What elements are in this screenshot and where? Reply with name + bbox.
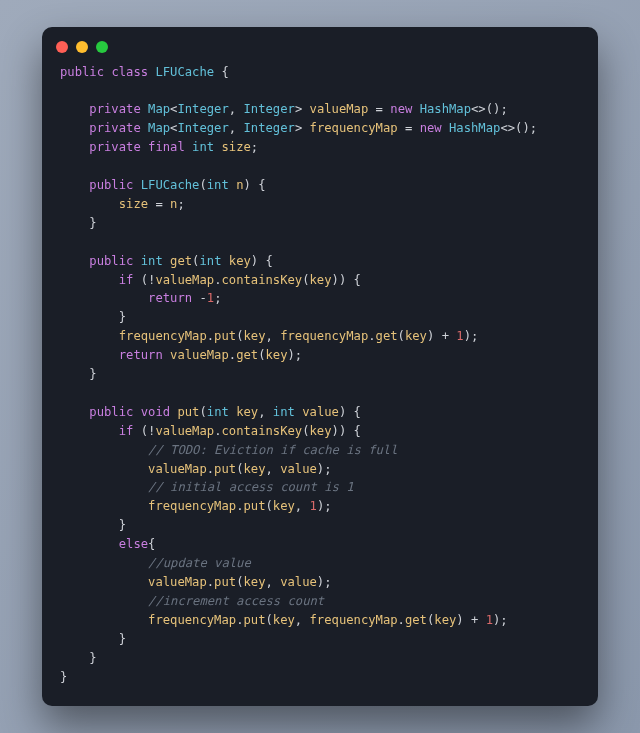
code-token-name: put — [177, 405, 199, 419]
code-token-kw: public — [60, 65, 104, 79]
code-token-name: key — [236, 405, 258, 419]
code-token-pun: . — [368, 329, 375, 343]
code-token-pun: ( — [199, 405, 206, 419]
code-token-pun: . — [207, 329, 214, 343]
code-token-type: HashMap — [449, 121, 500, 135]
code-token-kw: public — [89, 178, 133, 192]
code-token-name: key — [273, 499, 295, 513]
code-token-kw: private — [89, 102, 140, 116]
code-token-pun: , — [229, 102, 244, 116]
code-token-name: key — [243, 575, 265, 589]
code-token-name: valueMap — [310, 102, 369, 116]
code-token-kw: public — [89, 254, 133, 268]
code-token-name: put — [243, 613, 265, 627]
code-token-pun: - — [199, 291, 206, 305]
code-token-name: valueMap — [148, 575, 207, 589]
code-token-cmt: //increment access count — [148, 594, 324, 608]
code-token-kw: class — [111, 65, 148, 79]
code-token-name: valueMap — [155, 273, 214, 287]
code-token-pun: ; — [251, 140, 258, 154]
code-token-name: put — [243, 499, 265, 513]
code-token-name: frequencyMap — [310, 613, 398, 627]
code-token-kw: new — [420, 121, 442, 135]
code-token-kw: final — [148, 140, 185, 154]
minimize-icon[interactable] — [76, 41, 88, 53]
code-token-pun: , — [229, 121, 244, 135]
code-token-name: key — [310, 273, 332, 287]
code-token-name: valueMap — [148, 462, 207, 476]
code-token-pun: (! — [141, 273, 156, 287]
code-token-pun: ) { — [243, 178, 265, 192]
code-token-pun: } — [119, 310, 126, 324]
code-token-name: frequencyMap — [280, 329, 368, 343]
code-token-name: put — [214, 329, 236, 343]
code-token-pun: } — [89, 367, 96, 381]
code-token-name: key — [243, 329, 265, 343]
code-token-num: 1 — [486, 613, 493, 627]
code-token-name: value — [280, 462, 317, 476]
code-token-pun: ( — [398, 329, 405, 343]
code-token-name: key — [265, 348, 287, 362]
code-token-pun: , — [265, 329, 280, 343]
stage: public class LFUCache { private Map<Inte… — [0, 0, 640, 733]
code-token-pun: { — [148, 537, 155, 551]
code-token-type: int — [207, 178, 229, 192]
code-token-name: frequencyMap — [119, 329, 207, 343]
code-token-type: Integer — [244, 121, 295, 135]
code-token-name: frequencyMap — [148, 499, 236, 513]
code-token-pun: = — [405, 121, 420, 135]
code-token-name: key — [405, 329, 427, 343]
code-token-name: key — [243, 462, 265, 476]
code-token-pun: ( — [199, 178, 206, 192]
code-token-pun: , — [265, 575, 280, 589]
code-token-kw: else — [119, 537, 148, 551]
code-token-type: int — [199, 254, 221, 268]
code-token-pun: , — [295, 499, 310, 513]
code-token-type: Integer — [244, 102, 295, 116]
close-icon[interactable] — [56, 41, 68, 53]
code-token-type: Map — [148, 121, 170, 135]
window-titlebar — [42, 27, 598, 59]
code-token-type: int — [207, 405, 229, 419]
code-token-type: Integer — [177, 121, 228, 135]
code-token-cmt: // initial access count is 1 — [148, 480, 353, 494]
code-token-name: value — [280, 575, 317, 589]
code-token-name: put — [214, 575, 236, 589]
code-token-name: valueMap — [155, 424, 214, 438]
code-token-pun: { — [221, 65, 228, 79]
code-token-type: Map — [148, 102, 170, 116]
code-token-name: put — [214, 462, 236, 476]
code-token-kw: new — [390, 102, 412, 116]
code-token-pun: } — [119, 632, 126, 646]
code-token-pun: ; — [214, 291, 221, 305]
code-token-pun: } — [89, 216, 96, 230]
code-token-name: get — [376, 329, 398, 343]
code-window: public class LFUCache { private Map<Inte… — [42, 27, 598, 707]
code-token-pun: )) { — [332, 424, 361, 438]
code-token-pun: ( — [265, 613, 272, 627]
code-token-kw: return — [119, 348, 163, 362]
code-token-pun: ); — [317, 575, 332, 589]
code-token-name: containsKey — [221, 424, 302, 438]
code-token-type: LFUCache — [141, 178, 200, 192]
code-token-name: size — [119, 197, 148, 211]
code-token-pun: ); — [317, 499, 332, 513]
code-token-pun: } — [89, 651, 96, 665]
code-token-pun: ) + — [456, 613, 485, 627]
code-token-kw: private — [89, 121, 140, 135]
code-token-name: key — [229, 254, 251, 268]
code-token-pun: } — [60, 670, 67, 684]
code-token-pun: ) { — [251, 254, 273, 268]
code-token-name: frequencyMap — [148, 613, 236, 627]
code-token-pun: . — [207, 462, 214, 476]
code-token-cmt: // TODO: Eviction if cache is full — [148, 443, 397, 457]
code-token-pun: ); — [464, 329, 479, 343]
code-token-pun: > — [295, 102, 310, 116]
code-token-pun: <>(); — [500, 121, 537, 135]
code-token-name: value — [302, 405, 339, 419]
zoom-icon[interactable] — [96, 41, 108, 53]
code-token-pun: > — [295, 121, 310, 135]
code-token-name: frequencyMap — [310, 121, 398, 135]
code-token-name: get — [170, 254, 192, 268]
code-token-pun: ( — [302, 424, 309, 438]
